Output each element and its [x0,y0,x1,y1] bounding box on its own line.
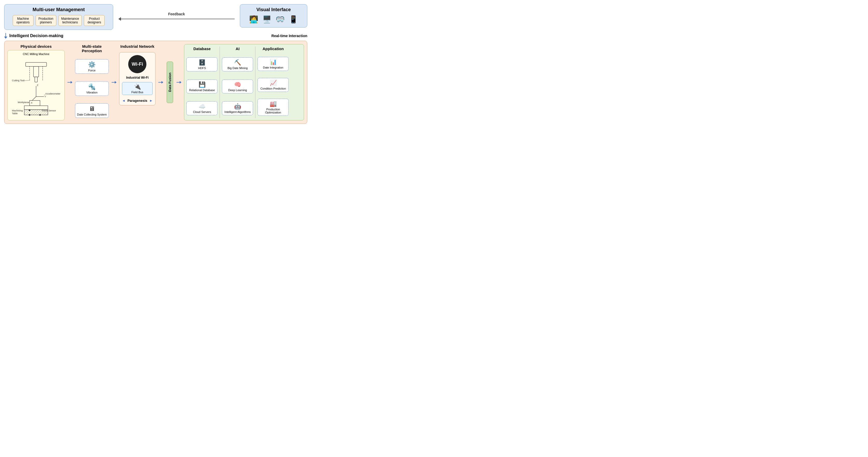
db-relational: 💾 Relational Database [186,80,218,93]
wifi-text: Wi-Fi [132,62,143,67]
vi-vr-headset-icon: 🥽 [276,15,285,24]
decision-arrow-down [4,33,7,39]
cnc-title: CNC Milling Machine [10,53,62,56]
vibration-label: Vibration [86,91,97,94]
right-sections: Database 🗄️ HDFS 💾 Relational Database ☁… [184,44,304,120]
vi-touch-screen-icon: 🖥️ [262,15,272,24]
app-items: 📊 Date Integration 📈 Condition Predictio… [257,55,289,118]
svg-line-6 [24,80,30,81]
role-maintenance-technicians: Maintenancetechnicians [58,15,82,26]
perception-title: Multi-statePerception [75,44,109,53]
sensor-vibration: 🔩 Vibration [75,81,109,96]
decision-row: Intelligent Decision-making Real-time In… [4,32,307,41]
app-condition-prediction: 📈 Condition Prediction [257,78,289,92]
ai-title: AI [222,47,253,51]
sensor-force: ⚙️ Force [75,59,109,74]
db-cloud: ☁️ Cloud Servers [186,101,218,115]
svg-text:Cutting Tool: Cutting Tool [12,79,24,82]
arrow-tip-3 [161,81,163,84]
top-section: Multi-user Management Machineoperators P… [4,4,307,30]
svg-rect-1 [33,66,39,77]
arrow-body-1 [67,82,71,83]
vibration-icon: 🔩 [77,83,107,90]
arrow-perception-to-network [111,44,117,120]
database-section: Database 🗄️ HDFS 💾 Relational Database ☁… [186,47,218,118]
arrow-tip-1 [71,81,72,84]
divider-ai-app [255,47,255,118]
ai-section: AI ⛏️ Big Date Mining 🧠 Deep Learning 🤖 … [222,47,253,118]
physical-devices-title: Physical devices [7,44,65,49]
date-collecting-label: Date Collecting System [77,113,107,116]
wifi-label: Industrial Wi-Fi [126,76,149,80]
app-production-optimization: 🏭 Production Optimization [257,99,289,116]
feedback-label: Feedback [168,12,185,16]
svg-line-11 [32,97,36,100]
down-arrow-head [4,37,7,39]
arrow-tip-2 [115,81,117,84]
feedback-arrow-area: Feedback [118,4,235,21]
database-title: Database [186,47,218,51]
deep-learning-label: Deep Learning [228,89,247,92]
data-fusion-section: Data Fusion [166,44,174,120]
relational-db-icon: 💾 [188,81,216,88]
arrow-body-4 [177,82,180,83]
user-roles: Machineoperators Productionplanners Main… [8,15,109,26]
main-section: Physical devices CNC Milling Machine Cut… [4,41,307,124]
paragenesis-row: Paragenesis [122,99,153,102]
fieldbus-box: 🔌 Field Bus [122,82,153,95]
multi-user-box: Multi-user Management Machineoperators P… [4,4,113,30]
feedback-arrow-line [118,17,235,21]
big-data-mining-icon: ⛏️ [224,59,251,66]
cloud-servers-label: Cloud Servers [193,110,211,114]
intelligent-decision-label: Intelligent Decision-making [4,33,63,39]
data-fusion-label: Data Fusion [167,62,173,103]
condition-prediction-icon: 📈 [259,80,287,87]
application-section: Application 📊 Date Integration 📈 Conditi… [257,47,289,118]
svg-text:Force Sensor: Force Sensor [42,109,56,112]
physical-devices-section: Physical devices CNC Milling Machine Cut… [7,44,65,120]
production-optimization-icon: 🏭 [259,100,287,107]
visual-interface-title: Visual Interface [244,7,303,12]
svg-text:Z: Z [37,84,38,87]
hdfs-label: HDFS [198,66,206,69]
arrow-fusion-to-db [176,44,181,120]
cnc-diagram-svg: Cutting Tool Z Y X Accelerometer Workpie… [10,57,62,123]
force-label: Force [88,69,95,72]
date-collecting-icon: 🖥 [77,105,107,113]
para-arrow-right-icon [149,99,153,102]
svg-point-26 [29,114,30,116]
svg-text:Table: Table [12,112,18,115]
perception-section: Multi-statePerception ⚙️ Force 🔩 Vibrati… [75,44,109,120]
arrow-body-3 [158,82,161,83]
fieldbus-icon: 🔌 [124,83,151,90]
production-optimization-label: Production Optimization [265,108,281,114]
svg-text:Machining: Machining [12,109,23,112]
application-title: Application [257,47,289,51]
arrow-physical-to-perception [67,44,72,120]
ai-intelligent-algorithms: 🤖 Intelligent Algorithms [222,101,253,115]
svg-text:X: X [31,101,32,104]
svg-rect-2 [35,77,37,82]
svg-point-24 [29,109,30,111]
role-product-designers: Productdesigners [84,15,104,26]
date-integration-label: Date Integration [263,66,283,69]
vi-mobile-icon: 📱 [289,15,298,24]
fieldbus-label: Field Bus [124,91,151,94]
vi-person-computer-icon: 🧑‍💻 [249,15,258,24]
condition-prediction-label: Condition Prediction [260,87,286,90]
svg-text:Workpiece: Workpiece [18,101,29,103]
paragenesis-label: Paragenesis [127,99,148,102]
ai-big-data-mining: ⛏️ Big Date Mining [222,57,253,71]
intelligent-algorithms-label: Intelligent Algorithms [224,110,251,114]
network-title: Industrial Network [120,44,154,49]
cnc-box: CNC Milling Machine Cutting Tool Z Y [7,50,65,120]
deep-learning-icon: 🧠 [224,81,251,88]
svg-rect-0 [26,63,47,66]
visual-interface-box: Visual Interface 🧑‍💻 🖥️ 🥽 📱 [240,4,307,28]
arrow-body-2 [112,82,115,83]
para-arrow-left-icon [122,99,125,102]
svg-text:Accelerometer: Accelerometer [45,92,60,95]
ai-items: ⛏️ Big Date Mining 🧠 Deep Learning 🤖 Int… [222,55,253,118]
realtime-interaction-label: Real-time Interaction [272,34,307,38]
vi-icons: 🧑‍💻 🖥️ 🥽 📱 [244,15,303,24]
